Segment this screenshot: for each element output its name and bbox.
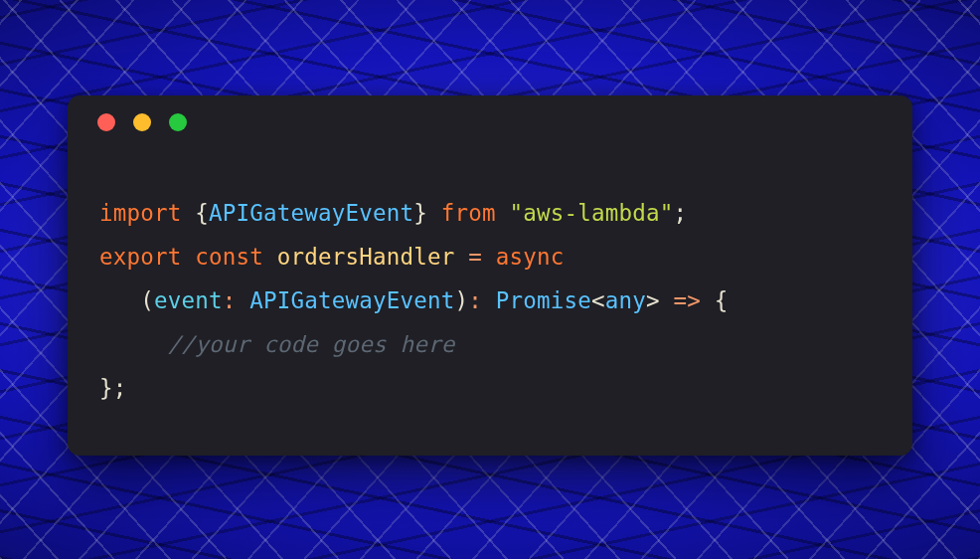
- angle: >: [646, 287, 660, 313]
- brace: }: [99, 375, 113, 401]
- keyword-export: export: [99, 244, 181, 270]
- type-name: any: [605, 287, 646, 313]
- type-name: Promise: [496, 287, 591, 313]
- code-block: import {APIGatewayEvent} from "aws-lambd…: [68, 149, 912, 410]
- brace: }: [413, 200, 427, 226]
- keyword-const: const: [195, 244, 263, 270]
- colon: :: [223, 287, 237, 313]
- type-name: APIGatewayEvent: [249, 287, 454, 313]
- string-literal: "aws-lambda": [509, 200, 673, 226]
- type-name: APIGatewayEvent: [209, 200, 413, 226]
- colon: :: [468, 287, 482, 313]
- equals: =: [468, 244, 482, 270]
- paren: ): [454, 287, 468, 313]
- arrow: =>: [673, 287, 701, 313]
- brace: {: [715, 287, 729, 313]
- comment: //your code goes here: [168, 331, 455, 357]
- brace: {: [195, 200, 209, 226]
- function-name: ordersHandler: [277, 244, 455, 270]
- semicolon: ;: [673, 200, 687, 226]
- paren: (: [140, 287, 154, 313]
- param-name: event: [154, 287, 223, 313]
- window-titlebar: [68, 95, 912, 149]
- keyword-from: from: [441, 200, 496, 226]
- minimize-icon[interactable]: [133, 113, 151, 131]
- keyword-async: async: [496, 244, 565, 270]
- angle: <: [591, 287, 605, 313]
- zoom-icon[interactable]: [169, 113, 187, 131]
- code-window: import {APIGatewayEvent} from "aws-lambd…: [68, 95, 912, 456]
- close-icon[interactable]: [97, 113, 115, 131]
- keyword-import: import: [99, 200, 181, 226]
- semicolon: ;: [113, 375, 127, 401]
